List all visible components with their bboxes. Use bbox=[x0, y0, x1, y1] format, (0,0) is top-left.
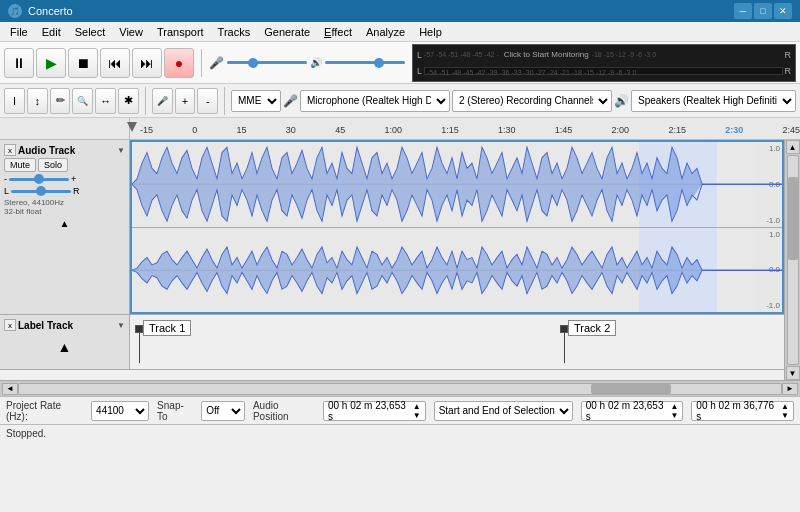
solo-button[interactable]: Solo bbox=[38, 158, 68, 172]
label-track-expand[interactable]: ▲ bbox=[4, 339, 125, 355]
menu-effect[interactable]: Effect bbox=[318, 24, 358, 40]
selection-end-spin[interactable]: ▲▼ bbox=[781, 402, 789, 420]
waveform-svg-bottom bbox=[132, 228, 782, 313]
record-button[interactable]: ● bbox=[164, 48, 194, 78]
selection-tool-button[interactable]: I bbox=[4, 88, 25, 114]
window-controls: ─ □ ✕ bbox=[734, 3, 792, 19]
zoom-out-button[interactable]: - bbox=[197, 88, 218, 114]
menu-view[interactable]: View bbox=[113, 24, 149, 40]
monitoring-label[interactable]: Click to Start Monitoring bbox=[504, 50, 589, 59]
menu-generate[interactable]: Generate bbox=[258, 24, 316, 40]
output-device-select[interactable]: Speakers (Realtek High Definiti bbox=[631, 90, 796, 112]
audio-track-controls: x Audio Track ▼ Mute Solo - + L R bbox=[0, 140, 130, 314]
input-meter-row: L -57 -54 -51 -48 -45 -42 - Click to Sta… bbox=[417, 47, 791, 63]
mic-tool-button[interactable]: 🎤 bbox=[152, 88, 173, 114]
skip-forward-button[interactable]: ⏭ bbox=[132, 48, 162, 78]
gain-slider[interactable] bbox=[9, 178, 69, 181]
ruler-mark-245: 2:45 bbox=[782, 125, 800, 135]
menu-file[interactable]: File bbox=[4, 24, 34, 40]
ruler-mark-15: 15 bbox=[237, 125, 247, 135]
speaker-output-icon: 🔊 bbox=[614, 94, 629, 108]
vscroll-track[interactable] bbox=[787, 155, 799, 365]
project-rate-select[interactable]: 44100 bbox=[91, 401, 149, 421]
waveform-channel-left: 1.00.0-1.0 bbox=[132, 142, 782, 228]
audio-host-select[interactable]: MME bbox=[231, 90, 281, 112]
hscroll-right-button[interactable]: ► bbox=[782, 383, 798, 395]
audio-position-display[interactable]: 00 h 02 m 23,653 s ▲▼ bbox=[323, 401, 426, 421]
pan-right-label: R bbox=[73, 186, 80, 196]
selection-start-value: 00 h 02 m 23,653 s bbox=[586, 400, 669, 422]
ruler-mark-130: 1:30 bbox=[498, 125, 516, 135]
app-icon: 🎵 bbox=[8, 4, 22, 18]
input-device-select[interactable]: Microphone (Realtek High Defini bbox=[300, 90, 450, 112]
mute-button[interactable]: Mute bbox=[4, 158, 36, 172]
output-r-label: R bbox=[785, 66, 792, 76]
stop-button[interactable]: ⏹ bbox=[68, 48, 98, 78]
maximize-button[interactable]: □ bbox=[754, 3, 772, 19]
audio-position-spin[interactable]: ▲▼ bbox=[413, 402, 421, 420]
label-text-box-1[interactable]: Track 1 bbox=[143, 320, 191, 336]
selection-end-display[interactable]: 00 h 02 m 36,776 s ▲▼ bbox=[691, 401, 794, 421]
skip-back-button[interactable]: ⏮ bbox=[100, 48, 130, 78]
pause-button[interactable]: ⏸ bbox=[4, 48, 34, 78]
menu-analyze[interactable]: Analyze bbox=[360, 24, 411, 40]
menu-select[interactable]: Select bbox=[69, 24, 112, 40]
speaker-icon: 🔊 bbox=[310, 57, 322, 68]
zoom-in-button[interactable]: + bbox=[175, 88, 196, 114]
selection-start-spin[interactable]: ▲▼ bbox=[670, 402, 678, 420]
waveform-channel-right: 1.00.0-1.0 bbox=[132, 228, 782, 313]
label-marker-1 bbox=[135, 325, 143, 363]
waveform-svg-top bbox=[132, 142, 782, 227]
label-dot-2 bbox=[560, 325, 568, 333]
label-dot-1 bbox=[135, 325, 143, 333]
title-bar-left: 🎵 Concerto bbox=[8, 4, 73, 18]
vscroll-down-button[interactable]: ▼ bbox=[786, 366, 800, 380]
track-info: Stereo, 44100Hz32-bit float bbox=[4, 198, 125, 216]
draw-tool-button[interactable]: ✏ bbox=[50, 88, 71, 114]
input-r-label: R bbox=[785, 50, 792, 60]
bottom-status-bar: Stopped. bbox=[0, 424, 800, 442]
hscroll-left-button[interactable]: ◄ bbox=[2, 383, 18, 395]
menu-bar: File Edit Select View Transport Tracks G… bbox=[0, 22, 800, 42]
audio-position-label: Audio Position bbox=[253, 400, 315, 422]
label-track-close[interactable]: x bbox=[4, 319, 16, 331]
waveform-container[interactable]: 1.00.0-1.0 bbox=[130, 140, 784, 314]
zoom-tool-button[interactable]: 🔍 bbox=[72, 88, 93, 114]
menu-tracks[interactable]: Tracks bbox=[212, 24, 257, 40]
selection-mode-select[interactable]: Start and End of Selection bbox=[434, 401, 573, 421]
output-meter-label: L bbox=[417, 66, 422, 76]
minimize-button[interactable]: ─ bbox=[734, 3, 752, 19]
multi-tool-button[interactable]: ✱ bbox=[118, 88, 139, 114]
label-track-content: Track 1 Track 2 bbox=[130, 315, 784, 369]
gain-max-label: + bbox=[71, 174, 76, 184]
audio-track-close[interactable]: x bbox=[4, 144, 16, 156]
vscroll-up-button[interactable]: ▲ bbox=[786, 140, 800, 154]
snap-to-select[interactable]: Off bbox=[201, 401, 245, 421]
label-track-dropdown[interactable]: ▼ bbox=[117, 321, 125, 330]
input-level-slider[interactable] bbox=[227, 61, 307, 64]
timeshift-tool-button[interactable]: ↔ bbox=[95, 88, 116, 114]
channels-select[interactable]: 2 (Stereo) Recording Channels bbox=[452, 90, 612, 112]
track-scroll-btn[interactable]: ▲ bbox=[4, 218, 125, 229]
ruler-mark-0: 0 bbox=[192, 125, 197, 135]
project-rate-label: Project Rate (Hz): bbox=[6, 400, 83, 422]
label-text-box-2[interactable]: Track 2 bbox=[568, 320, 616, 336]
envelope-tool-button[interactable]: ↕ bbox=[27, 88, 48, 114]
hscrollbar-thumb bbox=[591, 384, 671, 394]
audio-track-dropdown[interactable]: ▼ bbox=[117, 146, 125, 155]
ruler-mark-100: 1:00 bbox=[384, 125, 402, 135]
tools-toolbar: I ↕ ✏ 🔍 ↔ ✱ 🎤 + - MME 🎤 Microphone (Real… bbox=[0, 84, 800, 118]
menu-help[interactable]: Help bbox=[413, 24, 448, 40]
horizontal-scrollbar[interactable] bbox=[18, 383, 782, 395]
window-title: Concerto bbox=[28, 5, 73, 17]
close-button[interactable]: ✕ bbox=[774, 3, 792, 19]
label-line-2 bbox=[564, 333, 565, 363]
pan-slider[interactable] bbox=[11, 190, 71, 193]
menu-transport[interactable]: Transport bbox=[151, 24, 210, 40]
play-button[interactable]: ▶ bbox=[36, 48, 66, 78]
menu-edit[interactable]: Edit bbox=[36, 24, 67, 40]
output-meter-row: L -54 -51 -48 -45 -42 -39 -36 -33 -30 -2… bbox=[417, 63, 791, 79]
output-level-slider[interactable] bbox=[325, 61, 405, 64]
selection-start-display[interactable]: 00 h 02 m 23,653 s ▲▼ bbox=[581, 401, 684, 421]
gain-min-label: - bbox=[4, 174, 7, 184]
